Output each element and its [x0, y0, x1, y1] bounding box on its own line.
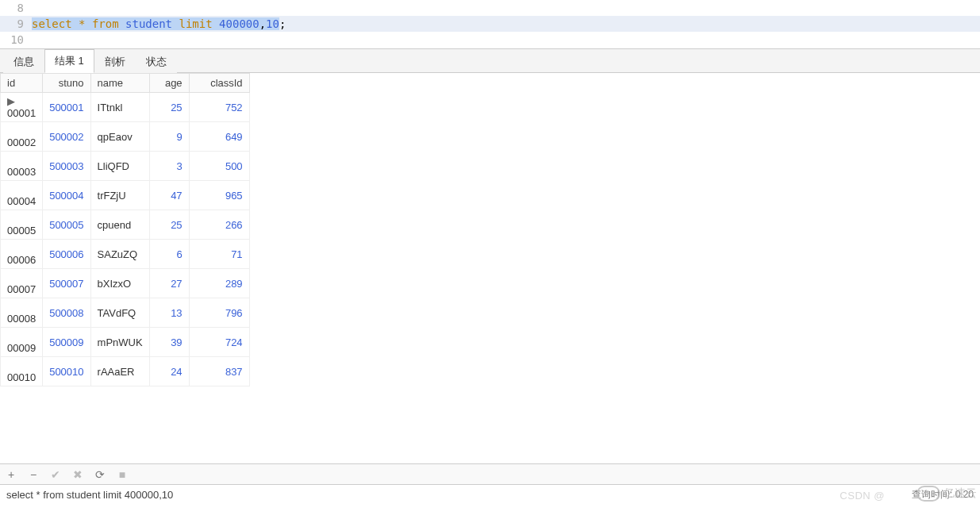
- cell-stuno[interactable]: 500001: [43, 93, 90, 122]
- status-bar: select * from student limit 400000,10 查询…: [0, 484, 980, 505]
- cell-classId[interactable]: 500: [189, 152, 249, 181]
- table-row[interactable]: 00003500003LliQFD3500: [1, 152, 250, 181]
- cell-name[interactable]: trFZjU: [90, 181, 149, 210]
- code-content[interactable]: select * from student limit 400000,10;: [32, 17, 286, 30]
- cell-name[interactable]: bXIzxO: [90, 269, 149, 298]
- cell-age[interactable]: 6: [149, 240, 189, 269]
- csdn-watermark: CSDN @: [840, 490, 885, 502]
- tab-3[interactable]: 状态: [136, 50, 177, 73]
- cell-classId[interactable]: 965: [189, 181, 249, 210]
- cell-id[interactable]: 00006: [1, 240, 43, 269]
- cell-age[interactable]: 39: [149, 328, 189, 357]
- cell-id[interactable]: 00009: [1, 328, 43, 357]
- cell-age[interactable]: 25: [149, 210, 189, 240]
- cell-age[interactable]: 3: [149, 152, 189, 181]
- cell-age[interactable]: 25: [149, 93, 189, 122]
- cell-classId[interactable]: 724: [189, 328, 249, 357]
- cell-stuno[interactable]: 500003: [43, 152, 90, 181]
- apply-icon: ✔: [49, 468, 62, 481]
- cell-id[interactable]: 00003: [1, 152, 43, 181]
- cell-classId[interactable]: 289: [189, 269, 249, 298]
- cell-age[interactable]: 24: [149, 357, 189, 386]
- cell-stuno[interactable]: 500002: [43, 122, 90, 152]
- cell-id[interactable]: 00002: [1, 122, 43, 152]
- remove-row-icon[interactable]: −: [27, 468, 40, 481]
- brand-watermark-label: 亿速云: [943, 486, 977, 501]
- cell-name[interactable]: mPnWUK: [90, 328, 149, 357]
- col-header-stuno[interactable]: stuno: [43, 74, 90, 93]
- cell-stuno[interactable]: 500010: [43, 357, 90, 386]
- refresh-icon[interactable]: ⟳: [94, 468, 106, 481]
- cell-name[interactable]: TAVdFQ: [90, 298, 149, 328]
- table-row[interactable]: 00010500010rAAaER24837: [1, 357, 250, 386]
- table-row[interactable]: 00005500005cpuend25266: [1, 210, 250, 240]
- sql-editor[interactable]: 89select * from student limit 400000,10;…: [0, 0, 980, 49]
- cell-id[interactable]: 00007: [1, 269, 43, 298]
- status-sql-text: select * from student limit 400000,10: [6, 489, 912, 501]
- tab-1[interactable]: 结果 1: [44, 49, 94, 73]
- cell-id[interactable]: 00010: [1, 357, 43, 386]
- row-indicator-icon: ▶: [7, 95, 12, 107]
- col-header-age[interactable]: age: [149, 74, 189, 93]
- cell-age[interactable]: 13: [149, 298, 189, 328]
- col-header-id[interactable]: id: [1, 74, 43, 93]
- cell-age[interactable]: 9: [149, 122, 189, 152]
- tab-0[interactable]: 信息: [3, 50, 44, 73]
- table-row[interactable]: 00004500004trFZjU47965: [1, 181, 250, 210]
- cell-stuno[interactable]: 500006: [43, 240, 90, 269]
- cell-name[interactable]: ITtnkl: [90, 93, 149, 122]
- cell-classId[interactable]: 649: [189, 122, 249, 152]
- cancel-icon: ✖: [71, 468, 84, 481]
- table-row[interactable]: 00008500008TAVdFQ13796: [1, 298, 250, 328]
- grid-toolbar: + − ✔ ✖ ⟳ ■: [0, 463, 980, 484]
- cell-age[interactable]: 27: [149, 269, 189, 298]
- table-row[interactable]: 00006500006SAZuZQ671: [1, 240, 250, 269]
- result-grid[interactable]: idstunonameageclassId▶00001500001ITtnkl2…: [0, 73, 980, 463]
- brand-watermark: 亿速云: [917, 486, 977, 502]
- cell-stuno[interactable]: 500008: [43, 298, 90, 328]
- cell-classId[interactable]: 837: [189, 357, 249, 386]
- col-header-classId[interactable]: classId: [189, 74, 249, 93]
- cell-stuno[interactable]: 500004: [43, 181, 90, 210]
- cell-name[interactable]: qpEaov: [90, 122, 149, 152]
- cell-classId[interactable]: 266: [189, 210, 249, 240]
- stop-icon: ■: [116, 468, 129, 481]
- cell-stuno[interactable]: 500005: [43, 210, 90, 240]
- add-row-icon[interactable]: +: [5, 468, 17, 481]
- table-row[interactable]: 00002500002qpEaov9649: [1, 122, 250, 152]
- cell-id[interactable]: ▶00001: [1, 93, 43, 122]
- table-row[interactable]: 00007500007bXIzxO27289: [1, 269, 250, 298]
- col-header-name[interactable]: name: [90, 74, 149, 93]
- result-tabs: 信息结果 1剖析状态: [0, 49, 980, 73]
- line-number: 10: [0, 32, 32, 48]
- table-row[interactable]: 00009500009mPnWUK39724: [1, 328, 250, 357]
- cell-stuno[interactable]: 500009: [43, 328, 90, 357]
- cell-name[interactable]: LliQFD: [90, 152, 149, 181]
- cell-stuno[interactable]: 500007: [43, 269, 90, 298]
- cell-id[interactable]: 00008: [1, 298, 43, 328]
- cell-name[interactable]: SAZuZQ: [90, 240, 149, 269]
- cell-name[interactable]: cpuend: [90, 210, 149, 240]
- cell-id[interactable]: 00005: [1, 210, 43, 240]
- cell-classId[interactable]: 752: [189, 93, 249, 122]
- cloud-icon: [917, 486, 940, 502]
- cell-classId[interactable]: 71: [189, 240, 249, 269]
- tab-2[interactable]: 剖析: [94, 50, 136, 73]
- line-number: 9: [0, 16, 32, 32]
- line-number: 11: [0, 48, 32, 49]
- line-number: 8: [0, 0, 32, 16]
- cell-age[interactable]: 47: [149, 181, 189, 210]
- cell-id[interactable]: 00004: [1, 181, 43, 210]
- cell-classId[interactable]: 796: [189, 298, 249, 328]
- cell-name[interactable]: rAAaER: [90, 357, 149, 386]
- table-row[interactable]: ▶00001500001ITtnkl25752: [1, 93, 250, 122]
